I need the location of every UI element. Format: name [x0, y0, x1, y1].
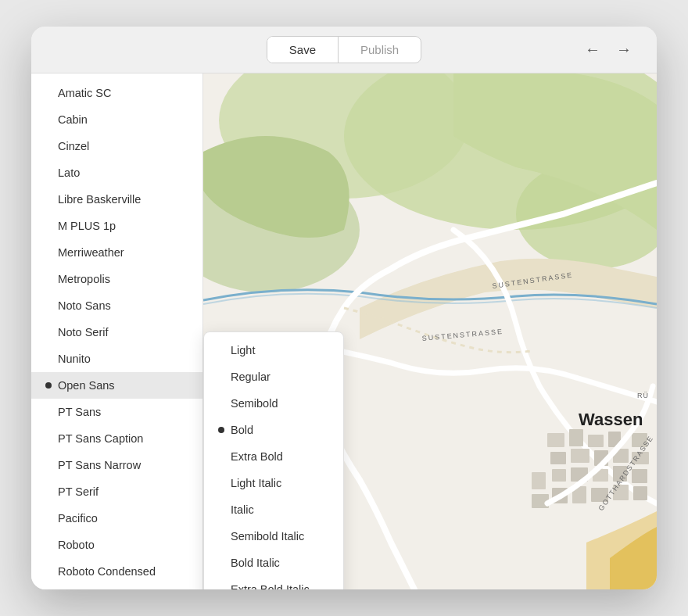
weight-item[interactable]: Extra Bold Italic	[204, 576, 343, 589]
weight-item-label: Semibold	[231, 397, 278, 410]
font-item-label: Roboto	[58, 539, 95, 551]
weight-item-label: Bold	[231, 424, 253, 436]
svg-rect-6	[569, 429, 583, 446]
svg-rect-20	[532, 472, 546, 489]
font-item[interactable]: Lato	[31, 159, 202, 186]
font-item-label: Nunito	[58, 353, 91, 365]
weight-item[interactable]: Light	[204, 337, 343, 364]
weight-item[interactable]: Semibold	[204, 390, 343, 417]
font-item[interactable]: Open Sans	[31, 372, 202, 399]
font-item-label: Noto Serif	[58, 326, 108, 338]
svg-rect-26	[633, 486, 647, 500]
svg-rect-10	[571, 449, 589, 463]
font-item-label: Open Sans	[58, 379, 115, 392]
svg-text:Wassen: Wassen	[579, 410, 643, 429]
font-item-label: PT Serif	[58, 485, 99, 498]
weight-item[interactable]: Light Italic	[204, 470, 343, 496]
app-container: Save Publish ← → Amatic SCCabinCinzelLat…	[31, 27, 657, 589]
font-item-label: Metropolis	[58, 273, 110, 285]
font-item-label: Cinzel	[58, 140, 89, 152]
font-item-label: PT Sans Narrow	[58, 459, 141, 471]
forward-button[interactable]: →	[610, 38, 638, 62]
save-button[interactable]: Save	[267, 37, 338, 63]
toolbar: Save Publish ← →	[31, 27, 657, 73]
font-item[interactable]: Cinzel	[31, 133, 202, 159]
font-item[interactable]: Merriweather	[31, 239, 202, 266]
publish-button[interactable]: Publish	[338, 37, 421, 63]
font-item[interactable]: Libre Baskerville	[31, 186, 202, 213]
svg-text:RÜ: RÜ	[637, 392, 649, 399]
svg-rect-7	[588, 435, 604, 447]
weight-item[interactable]: Bold Italic	[204, 550, 343, 576]
font-item[interactable]: PT Serif	[31, 478, 202, 505]
weight-item[interactable]: Italic	[204, 496, 343, 523]
font-item[interactable]: PT Sans Caption	[31, 425, 202, 452]
weight-item-label: Light Italic	[231, 477, 281, 489]
font-item[interactable]: M PLUS 1p	[31, 213, 202, 239]
font-item-label: Roboto Condensed	[58, 565, 156, 578]
weight-submenu: LightRegularSemiboldBoldExtra BoldLight …	[203, 331, 344, 589]
font-item-label: Cabin	[58, 113, 88, 126]
weight-item-label: Regular	[231, 371, 271, 383]
font-item[interactable]: Metropolis	[31, 266, 202, 292]
font-item-label: Merriweather	[58, 246, 124, 259]
svg-rect-9	[550, 452, 566, 464]
font-item[interactable]: Noto Serif	[31, 319, 202, 346]
font-item-label: M PLUS 1p	[58, 220, 116, 232]
font-item[interactable]: Roboto Condensed	[31, 558, 202, 585]
font-item-label: Pacifico	[58, 512, 98, 525]
font-list-sidebar: Amatic SCCabinCinzelLatoLibre Baskervill…	[31, 73, 203, 589]
font-item[interactable]: Noto Sans	[31, 292, 202, 319]
weight-item[interactable]: Bold	[204, 417, 343, 443]
weight-item-label: Italic	[231, 503, 254, 516]
font-item[interactable]: Pacifico	[31, 505, 202, 532]
font-item[interactable]: Amatic SC	[31, 80, 202, 106]
weight-item[interactable]: Regular	[204, 364, 343, 390]
weight-item-label: Extra Bold Italic	[231, 583, 310, 589]
weight-item[interactable]: Semibold Italic	[204, 523, 343, 550]
font-item-label: Amatic SC	[58, 87, 112, 99]
svg-rect-5	[547, 433, 564, 447]
font-item-label: Lato	[58, 167, 80, 179]
font-item[interactable]: Nunito	[31, 346, 202, 372]
weight-item-label: Extra Bold	[231, 450, 283, 463]
weight-item[interactable]: Extra Bold	[204, 443, 343, 470]
font-item[interactable]: Source Sans Pro	[31, 585, 202, 589]
toolbar-nav: ← →	[579, 38, 638, 62]
selected-dot-icon	[45, 382, 52, 389]
font-item[interactable]: PT Sans Narrow	[31, 452, 202, 478]
main-content: Amatic SCCabinCinzelLatoLibre Baskervill…	[31, 73, 657, 589]
svg-rect-13	[552, 469, 566, 482]
weight-item-label: Light	[231, 344, 255, 356]
svg-rect-19	[632, 469, 647, 483]
font-item-label: Noto Sans	[58, 299, 111, 312]
font-item-label: Libre Baskerville	[58, 193, 141, 206]
selected-dot-icon	[218, 427, 224, 433]
toolbar-button-group: Save Publish	[267, 36, 421, 63]
font-item-label: PT Sans Caption	[58, 432, 143, 445]
weight-item-label: Bold Italic	[231, 557, 280, 569]
weight-item-label: Semibold Italic	[231, 530, 304, 543]
font-item[interactable]: Roboto	[31, 532, 202, 558]
font-item[interactable]: PT Sans	[31, 399, 202, 425]
back-button[interactable]: ←	[579, 38, 607, 62]
font-item[interactable]: Cabin	[31, 106, 202, 133]
font-item-label: PT Sans	[58, 406, 101, 418]
